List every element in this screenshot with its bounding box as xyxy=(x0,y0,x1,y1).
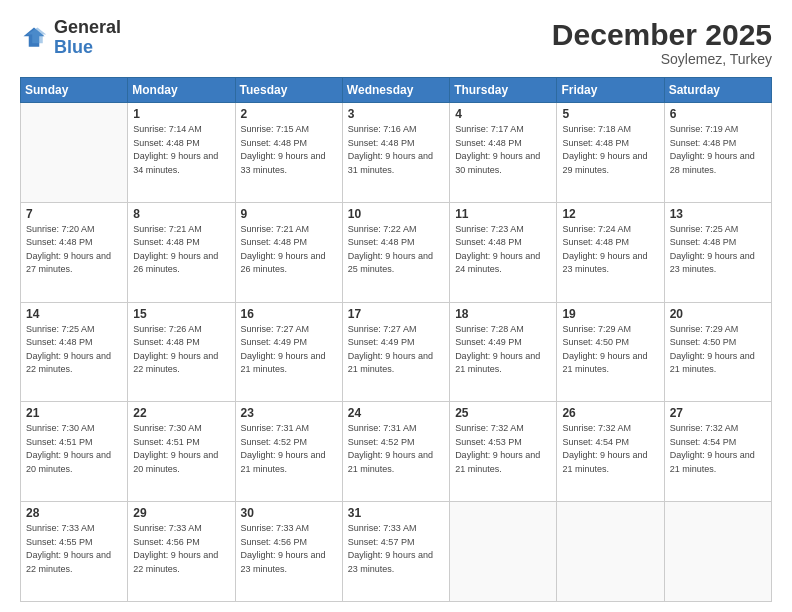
calendar-cell: 11Sunrise: 7:23 AMSunset: 4:48 PMDayligh… xyxy=(450,202,557,302)
calendar-cell: 18Sunrise: 7:28 AMSunset: 4:49 PMDayligh… xyxy=(450,302,557,402)
day-number: 3 xyxy=(348,107,444,121)
weekday-header-wednesday: Wednesday xyxy=(342,78,449,103)
calendar-cell: 19Sunrise: 7:29 AMSunset: 4:50 PMDayligh… xyxy=(557,302,664,402)
day-number: 20 xyxy=(670,307,766,321)
day-number: 29 xyxy=(133,506,229,520)
calendar-cell: 9Sunrise: 7:21 AMSunset: 4:48 PMDaylight… xyxy=(235,202,342,302)
day-info: Sunrise: 7:21 AMSunset: 4:48 PMDaylight:… xyxy=(133,223,229,277)
calendar-cell: 2Sunrise: 7:15 AMSunset: 4:48 PMDaylight… xyxy=(235,103,342,203)
calendar-cell: 6Sunrise: 7:19 AMSunset: 4:48 PMDaylight… xyxy=(664,103,771,203)
calendar-cell: 5Sunrise: 7:18 AMSunset: 4:48 PMDaylight… xyxy=(557,103,664,203)
header: General Blue December 2025 Soylemez, Tur… xyxy=(20,18,772,67)
day-info: Sunrise: 7:17 AMSunset: 4:48 PMDaylight:… xyxy=(455,123,551,177)
day-number: 6 xyxy=(670,107,766,121)
calendar-cell: 24Sunrise: 7:31 AMSunset: 4:52 PMDayligh… xyxy=(342,402,449,502)
day-number: 23 xyxy=(241,406,337,420)
day-info: Sunrise: 7:16 AMSunset: 4:48 PMDaylight:… xyxy=(348,123,444,177)
day-number: 5 xyxy=(562,107,658,121)
day-number: 2 xyxy=(241,107,337,121)
day-number: 7 xyxy=(26,207,122,221)
weekday-header-monday: Monday xyxy=(128,78,235,103)
calendar-cell: 4Sunrise: 7:17 AMSunset: 4:48 PMDaylight… xyxy=(450,103,557,203)
day-info: Sunrise: 7:30 AMSunset: 4:51 PMDaylight:… xyxy=(26,422,122,476)
calendar-table: SundayMondayTuesdayWednesdayThursdayFrid… xyxy=(20,77,772,602)
day-number: 17 xyxy=(348,307,444,321)
calendar-cell: 22Sunrise: 7:30 AMSunset: 4:51 PMDayligh… xyxy=(128,402,235,502)
day-info: Sunrise: 7:22 AMSunset: 4:48 PMDaylight:… xyxy=(348,223,444,277)
calendar-cell: 28Sunrise: 7:33 AMSunset: 4:55 PMDayligh… xyxy=(21,502,128,602)
day-info: Sunrise: 7:33 AMSunset: 4:56 PMDaylight:… xyxy=(241,522,337,576)
calendar-cell: 8Sunrise: 7:21 AMSunset: 4:48 PMDaylight… xyxy=(128,202,235,302)
calendar-cell: 17Sunrise: 7:27 AMSunset: 4:49 PMDayligh… xyxy=(342,302,449,402)
day-info: Sunrise: 7:19 AMSunset: 4:48 PMDaylight:… xyxy=(670,123,766,177)
day-info: Sunrise: 7:29 AMSunset: 4:50 PMDaylight:… xyxy=(670,323,766,377)
month-title: December 2025 xyxy=(552,18,772,51)
calendar-cell: 16Sunrise: 7:27 AMSunset: 4:49 PMDayligh… xyxy=(235,302,342,402)
calendar-cell: 13Sunrise: 7:25 AMSunset: 4:48 PMDayligh… xyxy=(664,202,771,302)
day-info: Sunrise: 7:18 AMSunset: 4:48 PMDaylight:… xyxy=(562,123,658,177)
day-info: Sunrise: 7:21 AMSunset: 4:48 PMDaylight:… xyxy=(241,223,337,277)
logo: General Blue xyxy=(20,18,121,58)
day-info: Sunrise: 7:20 AMSunset: 4:48 PMDaylight:… xyxy=(26,223,122,277)
day-info: Sunrise: 7:33 AMSunset: 4:57 PMDaylight:… xyxy=(348,522,444,576)
day-number: 21 xyxy=(26,406,122,420)
calendar-cell: 3Sunrise: 7:16 AMSunset: 4:48 PMDaylight… xyxy=(342,103,449,203)
calendar-cell: 1Sunrise: 7:14 AMSunset: 4:48 PMDaylight… xyxy=(128,103,235,203)
calendar-cell: 25Sunrise: 7:32 AMSunset: 4:53 PMDayligh… xyxy=(450,402,557,502)
calendar-week-5: 28Sunrise: 7:33 AMSunset: 4:55 PMDayligh… xyxy=(21,502,772,602)
day-info: Sunrise: 7:25 AMSunset: 4:48 PMDaylight:… xyxy=(670,223,766,277)
logo-general: General xyxy=(54,18,121,38)
day-number: 18 xyxy=(455,307,551,321)
logo-blue: Blue xyxy=(54,38,121,58)
day-number: 13 xyxy=(670,207,766,221)
logo-text: General Blue xyxy=(54,18,121,58)
calendar-cell: 23Sunrise: 7:31 AMSunset: 4:52 PMDayligh… xyxy=(235,402,342,502)
day-number: 11 xyxy=(455,207,551,221)
calendar-cell xyxy=(664,502,771,602)
day-info: Sunrise: 7:25 AMSunset: 4:48 PMDaylight:… xyxy=(26,323,122,377)
calendar-cell: 31Sunrise: 7:33 AMSunset: 4:57 PMDayligh… xyxy=(342,502,449,602)
calendar-cell: 27Sunrise: 7:32 AMSunset: 4:54 PMDayligh… xyxy=(664,402,771,502)
logo-icon xyxy=(20,24,48,52)
day-number: 26 xyxy=(562,406,658,420)
day-info: Sunrise: 7:14 AMSunset: 4:48 PMDaylight:… xyxy=(133,123,229,177)
calendar-cell: 29Sunrise: 7:33 AMSunset: 4:56 PMDayligh… xyxy=(128,502,235,602)
day-number: 30 xyxy=(241,506,337,520)
day-info: Sunrise: 7:33 AMSunset: 4:55 PMDaylight:… xyxy=(26,522,122,576)
day-info: Sunrise: 7:32 AMSunset: 4:54 PMDaylight:… xyxy=(562,422,658,476)
day-number: 28 xyxy=(26,506,122,520)
day-number: 14 xyxy=(26,307,122,321)
day-number: 1 xyxy=(133,107,229,121)
calendar-cell: 7Sunrise: 7:20 AMSunset: 4:48 PMDaylight… xyxy=(21,202,128,302)
day-number: 31 xyxy=(348,506,444,520)
calendar-cell: 15Sunrise: 7:26 AMSunset: 4:48 PMDayligh… xyxy=(128,302,235,402)
day-number: 19 xyxy=(562,307,658,321)
weekday-header-sunday: Sunday xyxy=(21,78,128,103)
calendar-cell: 14Sunrise: 7:25 AMSunset: 4:48 PMDayligh… xyxy=(21,302,128,402)
calendar-cell: 10Sunrise: 7:22 AMSunset: 4:48 PMDayligh… xyxy=(342,202,449,302)
day-info: Sunrise: 7:31 AMSunset: 4:52 PMDaylight:… xyxy=(348,422,444,476)
weekday-header-thursday: Thursday xyxy=(450,78,557,103)
calendar-week-3: 14Sunrise: 7:25 AMSunset: 4:48 PMDayligh… xyxy=(21,302,772,402)
page: General Blue December 2025 Soylemez, Tur… xyxy=(0,0,792,612)
day-info: Sunrise: 7:27 AMSunset: 4:49 PMDaylight:… xyxy=(348,323,444,377)
subtitle: Soylemez, Turkey xyxy=(552,51,772,67)
day-info: Sunrise: 7:15 AMSunset: 4:48 PMDaylight:… xyxy=(241,123,337,177)
day-number: 8 xyxy=(133,207,229,221)
calendar-cell xyxy=(557,502,664,602)
day-number: 9 xyxy=(241,207,337,221)
calendar-cell xyxy=(21,103,128,203)
day-info: Sunrise: 7:23 AMSunset: 4:48 PMDaylight:… xyxy=(455,223,551,277)
day-info: Sunrise: 7:32 AMSunset: 4:53 PMDaylight:… xyxy=(455,422,551,476)
day-number: 24 xyxy=(348,406,444,420)
calendar-week-1: 1Sunrise: 7:14 AMSunset: 4:48 PMDaylight… xyxy=(21,103,772,203)
weekday-header-friday: Friday xyxy=(557,78,664,103)
day-number: 27 xyxy=(670,406,766,420)
calendar-cell xyxy=(450,502,557,602)
day-number: 15 xyxy=(133,307,229,321)
calendar-cell: 12Sunrise: 7:24 AMSunset: 4:48 PMDayligh… xyxy=(557,202,664,302)
day-info: Sunrise: 7:28 AMSunset: 4:49 PMDaylight:… xyxy=(455,323,551,377)
calendar-cell: 21Sunrise: 7:30 AMSunset: 4:51 PMDayligh… xyxy=(21,402,128,502)
day-info: Sunrise: 7:32 AMSunset: 4:54 PMDaylight:… xyxy=(670,422,766,476)
calendar-cell: 20Sunrise: 7:29 AMSunset: 4:50 PMDayligh… xyxy=(664,302,771,402)
